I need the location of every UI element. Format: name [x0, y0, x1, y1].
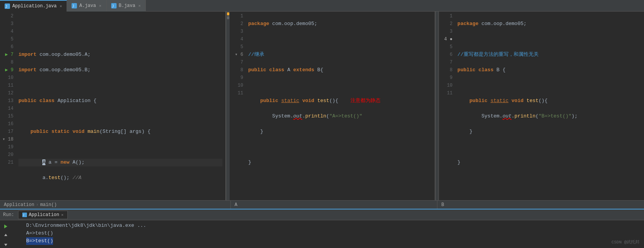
run-tab-bar: Run: J Application ✕ [0, 209, 644, 220]
run-panel: Run: J Application ✕ [0, 209, 644, 248]
run-tab-application[interactable]: J Application ✕ [18, 211, 68, 219]
run-content: D:\Environment\jdk8\jdk\bin\java.exe ...… [0, 220, 644, 248]
run-toolbar [0, 220, 12, 248]
run-command: D:\Environment\jdk8\jdk\bin\java.exe ... [26, 222, 146, 230]
line-numbers-b: 1 2 3 4 ● 5 6 7 8 9 10 11 [439, 12, 454, 200]
run-scroll-up-button[interactable] [2, 232, 10, 240]
tab-application-close[interactable]: ✕ [60, 4, 62, 8]
tab-a-label: A.java [79, 3, 96, 8]
run-output: D:\Environment\jdk8\jdk\bin\java.exe ...… [23, 220, 149, 248]
run-result-1: A=>test() [26, 230, 146, 237]
line-numbers-a: 1 2 3 4 5 ▾ 6 7 8 9 10 11 [230, 12, 245, 200]
line-numbers-application: 2 3 4 5 6 ▶ 7 8 ▶ 9 10 11 12 13 14 15 16… [0, 12, 15, 200]
svg-marker-10 [4, 244, 7, 246]
run-scroll-down-button[interactable] [2, 241, 10, 248]
editor-pane-application: 2 3 4 5 6 ▶ 7 8 ▶ 9 10 11 12 13 14 15 16… [0, 12, 226, 200]
java-file-icon-application: J [5, 3, 10, 9]
svg-text:J: J [5, 5, 7, 8]
run-result-2: B=>test() [26, 237, 146, 245]
java-file-icon-b: J [111, 3, 117, 8]
tab-b-close[interactable]: ✕ [138, 3, 141, 8]
svg-text:J: J [112, 5, 114, 8]
run-tab-close[interactable]: ✕ [61, 213, 63, 217]
code-application[interactable]: import com.oop.demo05.A; import com.oop.… [15, 12, 225, 200]
breadcrumb-container: Application › main() A B [0, 200, 644, 209]
tab-a-close[interactable]: ✕ [99, 3, 101, 8]
run-tab-icon: J [22, 213, 27, 217]
svg-marker-9 [4, 234, 7, 236]
run-tab-label: Application [29, 212, 59, 218]
tab-b-label: B.java [119, 3, 135, 8]
editor-container: 2 3 4 5 6 ▶ 7 8 ▶ 9 10 11 12 13 14 15 16… [0, 12, 644, 200]
run-label: Run: [3, 212, 14, 218]
breadcrumb-a: A [231, 200, 438, 209]
breadcrumb-application-method: main() [40, 202, 57, 208]
code-a[interactable]: package com.oop.demo05; //继承 public clas… [245, 12, 435, 200]
watermark: CSDN @武托邦 [611, 239, 639, 245]
svg-text:J: J [23, 214, 24, 217]
java-file-icon-a: J [72, 3, 77, 8]
tab-bar: J Application.java ✕ J A.java ✕ J B.java… [0, 0, 644, 12]
breadcrumb-b-path: B [441, 202, 444, 208]
breadcrumb-application-path: Application [4, 202, 34, 208]
pane-divider-ab[interactable] [435, 12, 439, 200]
tab-application-label: Application.java [12, 3, 57, 9]
svg-marker-8 [4, 225, 7, 228]
tab-application[interactable]: J Application.java ✕ [0, 0, 67, 12]
breadcrumb-a-path: A [235, 202, 237, 208]
editor-scroll-a[interactable]: 1 2 3 4 5 ▾ 6 7 8 9 10 11 package com.oo… [230, 12, 435, 200]
editor-pane-a: 1 2 3 4 5 ▾ 6 7 8 9 10 11 package com.oo… [230, 12, 435, 200]
editor-scroll-application[interactable]: 2 3 4 5 6 ▶ 7 8 ▶ 9 10 11 12 13 14 15 16… [0, 12, 225, 200]
svg-text:J: J [72, 5, 74, 8]
editor-scroll-b[interactable]: 1 2 3 4 ● 5 6 7 8 9 10 11 package com.oo… [439, 12, 644, 200]
editor-pane-b: 1 2 3 4 ● 5 6 7 8 9 10 11 package com.oo… [439, 12, 644, 200]
tab-b[interactable]: J B.java ✕ [107, 0, 146, 12]
run-play-button[interactable] [2, 223, 10, 230]
tab-a[interactable]: J A.java ✕ [67, 0, 106, 12]
code-b[interactable]: package com.oop.demo05; //重写都是方法的重写，和属性无… [454, 12, 644, 200]
scrollbar-application[interactable] [226, 12, 230, 200]
breadcrumb-b: B [437, 200, 644, 209]
breadcrumb-application: Application › main() [0, 200, 231, 209]
